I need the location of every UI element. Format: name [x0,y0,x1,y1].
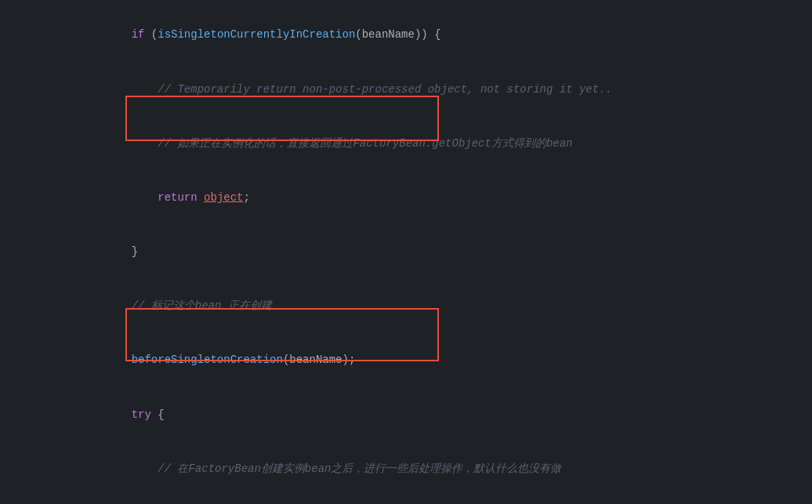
keyword: return [158,191,197,204]
code-content: // 标记这个bean 正在创建 [39,280,812,332]
code-line: // 如果正在实例化的话，直接返回通过FactoryBean.getObject… [0,116,812,170]
code-line: object = postProcessObjectFromFactoryBea… [0,496,812,504]
keyword: if [132,28,145,41]
function-call: beforeSingletonCreation [132,354,283,366]
code-content: if (isSingletonCurrentlyInCreation(beanN… [39,9,812,61]
code-content: // 在FactoryBean创建实例bean之后，进行一些后处理操作，默认什么… [39,442,812,495]
punct: (beanName)) { [355,28,440,41]
comment-chinese: // 标记这个bean 正在创建 [132,299,272,312]
code-line: return object; [0,171,812,225]
punct: (beanName); [283,354,355,366]
punct: ( [144,28,158,41]
indent [78,354,131,366]
code-content: object = postProcessObjectFromFactoryBea… [39,497,812,504]
indent [78,137,158,150]
brace: { [151,408,165,421]
code-line: try { [0,387,812,441]
code-line: } [0,225,812,279]
code-content: try { [39,388,812,441]
space [198,191,204,204]
code-content: // 如果正在实例化的话，直接返回通过FactoryBean.getObject… [39,117,812,169]
variable: object [204,191,243,204]
code-line: // 标记这个bean 正在创建 [0,279,812,333]
punct: ; [244,191,250,204]
indent [78,28,131,41]
indent [78,299,131,312]
indent [78,83,158,96]
code-content: // Temporarily return non-post-processed… [39,63,812,115]
keyword: try [132,408,151,421]
brace: } [132,245,138,258]
code-content: return object; [39,172,812,224]
code-line: // 在FactoryBean创建实例bean之后，进行一些后处理操作，默认什么… [0,441,812,495]
code-line: // Temporarily return non-post-processed… [0,62,812,116]
indent [78,245,131,258]
indent [78,191,158,204]
indent [78,462,158,475]
code-line: if (isSingletonCurrentlyInCreation(beanN… [0,8,812,62]
code-block: if (isSingletonCurrentlyInCreation(beanN… [0,0,812,504]
comment: // Temporarily return non-post-processed… [158,83,612,96]
function-call: isSingletonCurrentlyInCreation [158,28,355,41]
indent [78,408,131,421]
code-content: } [39,226,812,278]
code-content: beforeSingletonCreation(beanName); [39,334,812,386]
code-line: beforeSingletonCreation(beanName); [0,333,812,387]
comment-chinese: // 在FactoryBean创建实例bean之后，进行一些后处理操作，默认什么… [158,462,561,475]
comment-chinese: // 如果正在实例化的话，直接返回通过FactoryBean.getObject… [158,137,572,150]
